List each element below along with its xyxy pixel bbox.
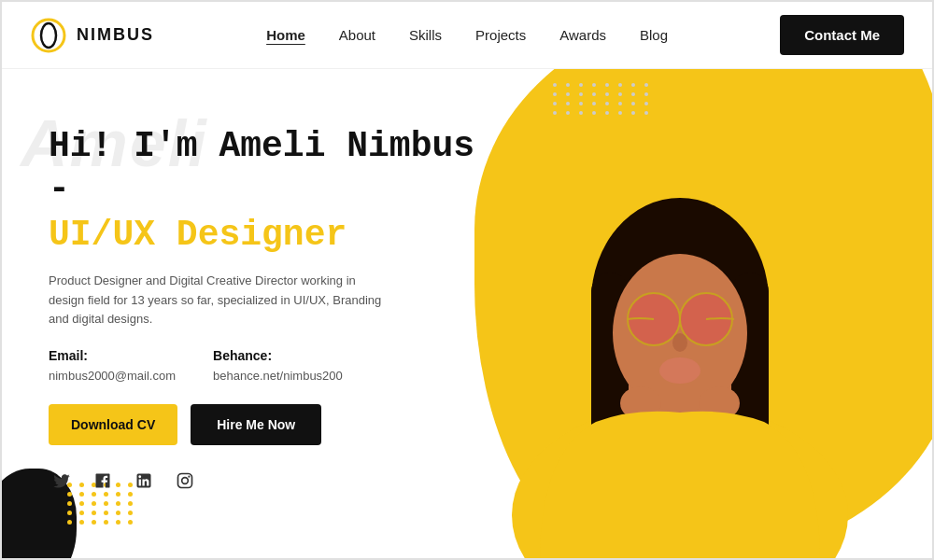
dot-grid-decoration (553, 83, 652, 115)
email-value: nimbus2000@mail.com (49, 369, 176, 383)
email-label: Email: (49, 348, 176, 363)
svg-point-12 (672, 333, 687, 352)
behance-label: Behance: (213, 348, 343, 363)
logo: NIMBUS (30, 17, 154, 54)
hire-me-button[interactable]: Hire Me Now (191, 404, 321, 445)
svg-point-1 (41, 23, 56, 48)
linkedin-icon[interactable] (131, 468, 157, 494)
behance-value: behance.net/nimbus200 (213, 369, 343, 383)
person-silhouette (484, 86, 876, 560)
nav-item-projects[interactable]: Projects (475, 27, 526, 44)
nav-item-home[interactable]: Home (266, 27, 305, 44)
logo-text: NIMBUS (77, 25, 154, 45)
nav-item-awards[interactable]: Awards (559, 27, 606, 44)
hero-person-image (484, 86, 876, 560)
svg-point-13 (659, 357, 700, 384)
behance-info: Behance: behance.net/nimbus200 (213, 348, 343, 384)
navbar: NIMBUS Home About Skills Projects Awards… (2, 2, 932, 69)
hero-content: Hi! I'm Ameli Nimbus - UI/UX Designer Pr… (49, 125, 516, 494)
logo-icon (30, 17, 67, 54)
social-links (49, 468, 516, 494)
hero-description: Product Designer and Digital Creative Di… (49, 272, 385, 329)
twitter-icon[interactable] (49, 468, 75, 494)
nav-links: Home About Skills Projects Awards Blog (266, 27, 668, 44)
nav-item-skills[interactable]: Skills (409, 27, 442, 44)
hero-buttons: Download CV Hire Me Now (49, 404, 516, 445)
contact-button[interactable]: Contact Me (780, 15, 904, 55)
instagram-icon[interactable] (172, 468, 198, 494)
contact-info: Email: nimbus2000@mail.com Behance: beha… (49, 348, 516, 384)
nav-item-blog[interactable]: Blog (640, 27, 668, 44)
email-info: Email: nimbus2000@mail.com (49, 348, 176, 384)
hero-title: Hi! I'm Ameli Nimbus - (49, 125, 516, 210)
hero-subtitle: UI/UX Designer (49, 214, 516, 257)
nav-item-about[interactable]: About (339, 27, 375, 44)
hero-section: Ameli (2, 69, 932, 560)
facebook-icon[interactable] (90, 468, 116, 494)
download-cv-button[interactable]: Download CV (49, 404, 177, 445)
